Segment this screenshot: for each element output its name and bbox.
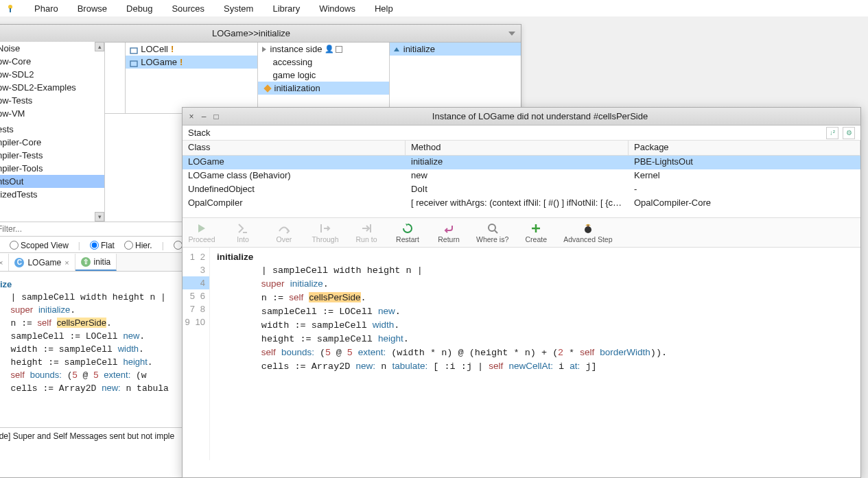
protocol-initialization[interactable]: initialization xyxy=(258,82,389,95)
debugger-toolbar: Proceed Into Over Through Run to Restart… xyxy=(183,217,860,248)
triangle-up-icon xyxy=(394,47,399,51)
method-pill-icon: ⇧ xyxy=(81,257,91,267)
svg-point-5 xyxy=(585,226,591,233)
through-button[interactable]: Through xyxy=(312,222,339,243)
menu-debug[interactable]: Debug xyxy=(126,3,152,14)
browser-title: LOGame>>initialize xyxy=(0,28,508,38)
package-item[interactable]: ests xyxy=(0,123,104,136)
person-icon: 👤 xyxy=(325,45,334,53)
package-item[interactable]: ow-SDL2-Examples xyxy=(0,81,104,94)
package-item[interactable]: rizedTests xyxy=(0,188,104,201)
debugger-source[interactable]: initialize | sampleCell width height n |… xyxy=(210,248,860,460)
tab-initialize[interactable]: ⇧ initia xyxy=(75,254,117,271)
debugger-titlebar[interactable]: × – □ Instance of LOGame did not underst… xyxy=(183,108,860,126)
class-item-logame[interactable]: LOGame! xyxy=(126,56,257,69)
gear-icon[interactable]: ⚙ xyxy=(843,127,855,139)
col-method[interactable]: Method xyxy=(406,141,629,155)
radio-hier[interactable]: Hier. xyxy=(124,241,152,250)
menu-pharo[interactable]: Pharo xyxy=(34,3,58,14)
into-button[interactable]: Into xyxy=(229,222,257,243)
stack-label: Stack xyxy=(188,128,211,138)
debugger-title: Instance of LOGame did not understand #c… xyxy=(224,111,856,121)
restart-button[interactable]: Restart xyxy=(394,222,421,243)
menu-help[interactable]: Help xyxy=(375,3,393,14)
method-initialize[interactable]: initialize xyxy=(390,43,521,56)
package-item[interactable]: npiler-Tests xyxy=(0,149,104,162)
pharo-icon xyxy=(5,3,15,13)
protocol-accessing[interactable]: accessing xyxy=(258,56,389,69)
menu-library[interactable]: Library xyxy=(272,3,300,14)
advanced-step-button[interactable]: Advanced Step xyxy=(563,222,612,243)
warning-icon: ! xyxy=(171,44,174,54)
menu-sources[interactable]: Sources xyxy=(172,3,204,14)
package-item[interactable]: ow-Core xyxy=(0,55,104,68)
tab-close-1[interactable]: × xyxy=(0,254,9,271)
col-class[interactable]: Class xyxy=(183,141,406,155)
scroll-up-icon[interactable]: ▴ xyxy=(95,42,104,51)
protocol-instance-side[interactable]: instance side 👤 xyxy=(258,43,389,56)
minimize-button[interactable]: – xyxy=(199,112,209,121)
radio-flat[interactable]: Flat xyxy=(90,241,115,250)
diamond-icon xyxy=(263,84,271,92)
filter-input[interactable] xyxy=(0,223,110,235)
debugger-window: × – □ Instance of LOGame did not underst… xyxy=(182,107,861,478)
proceed-button[interactable]: Proceed xyxy=(188,222,215,243)
method-pane[interactable]: initialize xyxy=(390,43,521,113)
menu-system[interactable]: System xyxy=(224,3,253,14)
warning-icon: ! xyxy=(180,57,183,67)
class-icon xyxy=(130,59,138,66)
class-icon xyxy=(130,46,138,53)
menu-windows[interactable]: Windows xyxy=(319,3,355,14)
package-list[interactable]: Noise ow-Core ow-SDL2 ow-SDL2-Examples o… xyxy=(0,42,105,222)
return-button[interactable]: Return xyxy=(435,222,462,243)
maximize-button[interactable]: □ xyxy=(211,112,221,121)
package-item[interactable]: npiler-Core xyxy=(0,136,104,149)
stack-row[interactable]: OpalCompiler [ receiver withArgs: (conte… xyxy=(183,197,860,211)
browser-titlebar[interactable]: LOGame>>initialize xyxy=(0,25,521,43)
menu-bar: Pharo Browse Debug Sources System Librar… xyxy=(0,0,868,16)
close-icon[interactable]: × xyxy=(64,259,69,267)
col-package[interactable]: Package xyxy=(629,141,860,155)
menu-browse[interactable]: Browse xyxy=(78,3,107,14)
svg-rect-2 xyxy=(130,48,137,53)
package-item[interactable]: ow-VM xyxy=(0,107,104,120)
runto-button[interactable]: Run to xyxy=(353,222,380,243)
package-item[interactable]: ow-Tests xyxy=(0,94,104,107)
debugger-code-area[interactable]: 1 2 3 4 5 6 7 8 9 10 initialize | sample… xyxy=(183,248,860,460)
package-item[interactable]: Noise xyxy=(0,42,104,55)
close-button[interactable]: × xyxy=(187,112,196,121)
line-gutter: 1 2 3 4 5 6 7 8 9 10 xyxy=(183,248,210,460)
stack-list[interactable]: LOGame initialize PBE-LightsOut LOGame c… xyxy=(183,156,860,217)
class-pill-icon: C xyxy=(14,258,24,267)
stack-row[interactable]: LOGame class (Behavior) new Kernel xyxy=(183,169,860,183)
titlebar-menu-icon[interactable] xyxy=(508,32,515,36)
sort-icon[interactable]: ↓² xyxy=(826,127,838,139)
protocol-game-logic[interactable]: game logic xyxy=(258,69,389,82)
stack-columns: Class Method Package xyxy=(183,141,860,156)
close-icon[interactable]: × xyxy=(0,259,3,267)
create-button[interactable]: Create xyxy=(522,222,550,243)
stack-row[interactable]: LOGame initialize PBE-LightsOut xyxy=(183,156,860,169)
whereis-button[interactable]: Where is? xyxy=(476,222,508,243)
svg-rect-1 xyxy=(10,8,11,12)
svg-rect-3 xyxy=(130,61,137,67)
class-item-locell[interactable]: LOCell! xyxy=(126,43,257,56)
tab-logame[interactable]: C LOGame × xyxy=(9,254,75,271)
stack-row[interactable]: UndefinedObject DoIt - xyxy=(183,183,860,197)
svg-point-4 xyxy=(489,224,495,231)
checkbox-icon[interactable] xyxy=(336,46,342,53)
stack-header-row: Stack ↓² ⚙ xyxy=(183,126,860,141)
class-pane[interactable]: LOCell! LOGame! xyxy=(126,43,257,113)
triangle-right-icon xyxy=(262,47,266,52)
package-item[interactable]: ow-SDL2 xyxy=(0,68,104,81)
over-button[interactable]: Over xyxy=(270,222,298,243)
radio-scoped[interactable]: Scoped View xyxy=(10,241,69,250)
package-item[interactable]: npiler-Tools xyxy=(0,162,104,175)
scroll-down-icon[interactable]: ▾ xyxy=(95,212,104,222)
package-item-selected[interactable]: ntsOut xyxy=(0,175,104,188)
protocol-pane[interactable]: instance side 👤 accessing game logic ini… xyxy=(258,43,390,113)
scrollbar[interactable]: ▴ ▾ xyxy=(95,42,104,222)
